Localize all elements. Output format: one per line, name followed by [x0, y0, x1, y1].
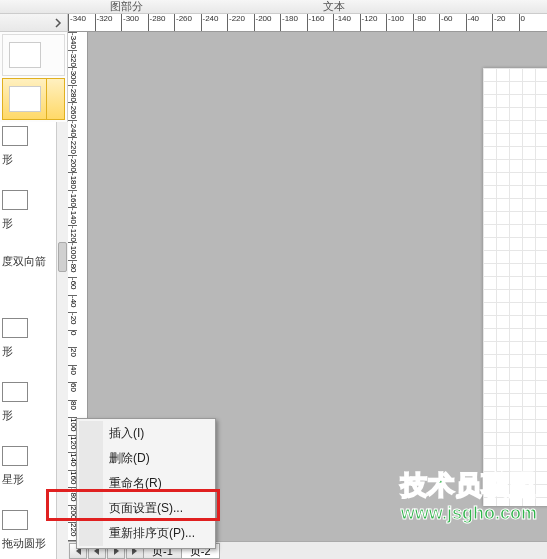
menu-delete[interactable]: 删除(D) [79, 446, 213, 471]
shape-item[interactable]: 形 [0, 314, 56, 378]
menu-page-setup[interactable]: 页面设置(S)... [79, 496, 213, 521]
shape-item[interactable]: 星形 [0, 442, 56, 506]
shape-scrollbar[interactable] [56, 122, 68, 559]
ribbon-tab-text[interactable]: 文本 [293, 0, 375, 13]
shape-list: 形 形 度双向箭 形 形 星形 拖动圆形 形 框 [0, 122, 56, 559]
shape-item[interactable]: 形 [0, 186, 56, 250]
ruler-horizontal: -340-320-300-280-260-240-220-200-180-160… [68, 14, 547, 32]
shape-swatch [9, 86, 41, 112]
chevron-right-icon[interactable] [53, 18, 63, 28]
shape-swatch [9, 42, 41, 68]
shape-category-row[interactable] [2, 34, 65, 76]
shapes-panel: 形 形 度双向箭 形 形 星形 拖动圆形 形 框 [0, 14, 68, 559]
shape-item[interactable]: 形 [0, 378, 56, 442]
shapes-toolbar [0, 14, 67, 32]
menu-insert[interactable]: 插入(I) [79, 421, 213, 446]
context-menu: 插入(I) 删除(D) 重命名(R) 页面设置(S)... 重新排序页(P)..… [76, 418, 216, 549]
scrollbar-thumb[interactable] [58, 242, 67, 272]
menu-reorder[interactable]: 重新排序页(P)... [79, 521, 213, 546]
menu-rename[interactable]: 重命名(R) [79, 471, 213, 496]
ribbon-tab-groups[interactable]: 图部分 [80, 0, 173, 13]
page-grid[interactable] [483, 68, 547, 506]
shape-category-row-active[interactable] [2, 78, 65, 120]
shape-item[interactable]: 拖动圆形 [0, 506, 56, 559]
shape-item[interactable]: 形 [0, 122, 56, 186]
shape-item[interactable]: 度双向箭 [0, 250, 56, 314]
